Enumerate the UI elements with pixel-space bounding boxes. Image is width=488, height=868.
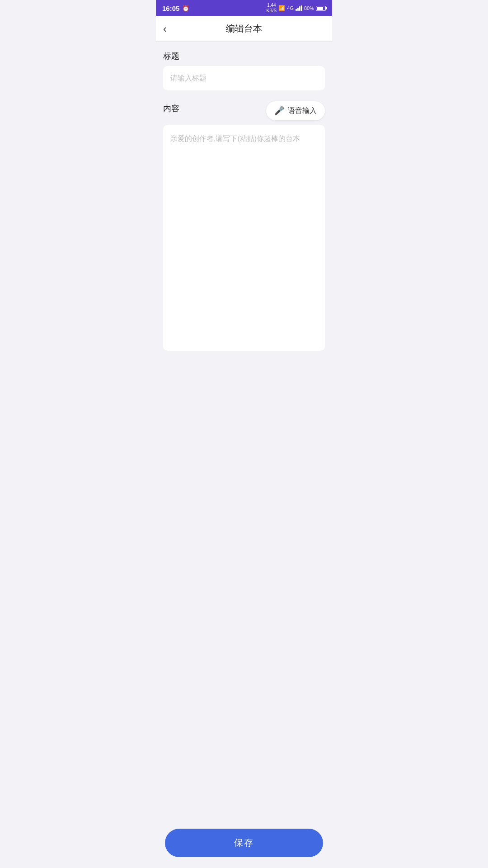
title-section: 标题 — [163, 51, 325, 90]
alarm-icon: ⏰ — [182, 5, 189, 12]
content-section: 内容 🎤 语音输入 — [163, 101, 325, 353]
battery-percent: 80% — [304, 5, 314, 11]
battery-icon — [316, 6, 326, 11]
status-right: 1.44KB/S 📶 4G 80% — [266, 3, 326, 14]
status-left: 16:05 ⏰ — [162, 5, 189, 12]
status-bar: 16:05 ⏰ 1.44KB/S 📶 4G 80% — [156, 0, 332, 16]
voice-input-button[interactable]: 🎤 语音输入 — [266, 101, 325, 120]
signal-bar-2 — [297, 8, 299, 11]
main-content: 标题 内容 🎤 语音输入 — [156, 42, 332, 382]
voice-btn-label: 语音输入 — [288, 106, 317, 116]
microphone-icon: 🎤 — [274, 106, 284, 116]
content-textarea[interactable] — [163, 125, 325, 351]
wifi-icon: 📶 — [278, 5, 285, 11]
status-time: 16:05 — [162, 5, 179, 12]
network-speed: 1.44KB/S — [266, 3, 277, 14]
title-input[interactable] — [163, 66, 325, 90]
content-label: 内容 — [163, 103, 179, 114]
title-label: 标题 — [163, 51, 325, 61]
signal-label: 4G — [287, 5, 294, 11]
content-header: 内容 🎤 语音输入 — [163, 101, 325, 120]
page-title: 编辑台本 — [226, 23, 262, 35]
back-button[interactable]: ‹ — [163, 24, 167, 34]
nav-bar: ‹ 编辑台本 — [156, 16, 332, 42]
signal-bar-1 — [296, 9, 297, 11]
signal-bars — [296, 5, 302, 11]
signal-bar-4 — [301, 5, 302, 11]
battery-fill — [317, 7, 323, 10]
signal-bar-3 — [299, 6, 300, 11]
